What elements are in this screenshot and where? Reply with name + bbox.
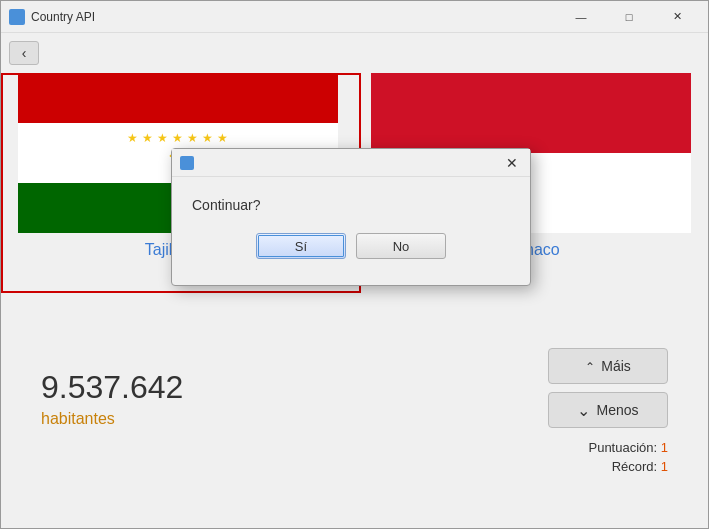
dialog-buttons: Sí No	[192, 233, 510, 275]
window-controls: — □ ✕	[558, 1, 700, 33]
main-content: ‹ ★ ★ ★ ★ ★	[1, 33, 708, 528]
dialog-message: Continuar?	[192, 197, 510, 213]
dialog-close-button[interactable]: ✕	[502, 153, 522, 173]
window-close-button[interactable]: ✕	[654, 1, 700, 33]
dialog-yes-button[interactable]: Sí	[256, 233, 346, 259]
minimize-button[interactable]: —	[558, 1, 604, 33]
main-window: Country API — □ ✕ ‹ ★ ★	[0, 0, 709, 529]
app-icon	[9, 9, 25, 25]
dialog-icon	[180, 156, 194, 170]
dialog-body: Continuar? Sí No	[172, 177, 530, 285]
maximize-button[interactable]: □	[606, 1, 652, 33]
dialog-no-button[interactable]: No	[356, 233, 446, 259]
dialog-titlebar: ✕	[172, 149, 530, 177]
confirm-dialog: ✕ Continuar? Sí No	[171, 148, 531, 286]
titlebar: Country API — □ ✕	[1, 1, 708, 33]
window-title: Country API	[31, 10, 558, 24]
dialog-overlay: ✕ Continuar? Sí No	[1, 33, 708, 528]
